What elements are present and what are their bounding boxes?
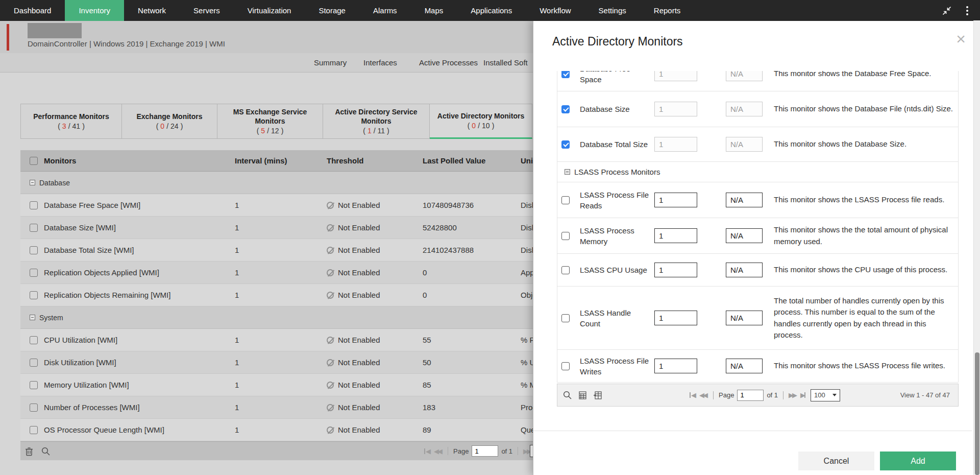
nav-item-inventory[interactable]: Inventory	[65, 0, 124, 21]
group-row-database[interactable]: Database	[20, 172, 612, 194]
nav-item-network[interactable]: Network	[124, 0, 180, 21]
select-all-checkbox[interactable]	[30, 157, 38, 165]
group-label: System	[39, 314, 63, 322]
threshold-input[interactable]	[726, 263, 763, 277]
first-page-button[interactable]: ◀	[689, 391, 696, 399]
row-checkbox[interactable]	[30, 403, 38, 412]
nav-item-settings[interactable]: Settings	[585, 0, 640, 21]
monitor-interval: 1	[235, 425, 327, 434]
last-page-button[interactable]: ▶	[800, 391, 807, 399]
collapse-fullscreen-icon[interactable]	[941, 5, 952, 16]
search-icon[interactable]	[41, 446, 51, 456]
row-checkbox[interactable]	[30, 269, 38, 277]
nav-item-maps[interactable]: Maps	[411, 0, 457, 21]
interval-input[interactable]	[654, 311, 697, 325]
table-row: OS Processor Queue Length [WMI] 1 Not En…	[20, 419, 612, 441]
threshold-input[interactable]	[726, 102, 763, 116]
export-excel-icon[interactable]	[593, 391, 603, 400]
threshold-input[interactable]	[726, 311, 763, 325]
group-row-lsass[interactable]: LSASS Process Monitors	[557, 162, 958, 182]
add-button[interactable]: Add	[880, 452, 956, 470]
monitor-checkbox[interactable]	[561, 196, 570, 204]
nav-item-applications[interactable]: Applications	[457, 0, 526, 21]
not-enabled-icon	[327, 404, 334, 411]
col-threshold: Threshold	[327, 156, 423, 165]
tab-ms-exchange-service-monitors[interactable]: MS Exchange Service Monitors (5/12)	[217, 104, 323, 139]
monitor-checkbox[interactable]	[561, 105, 570, 113]
nav-item-virtualization[interactable]: Virtualization	[234, 0, 305, 21]
page-input[interactable]	[737, 390, 764, 401]
delete-icon[interactable]	[24, 446, 34, 456]
nav-item-alarms[interactable]: Alarms	[359, 0, 411, 21]
interval-input[interactable]	[654, 137, 697, 152]
nav-item-servers[interactable]: Servers	[180, 0, 234, 21]
page-label: Page	[719, 391, 734, 399]
monitor-checkbox[interactable]	[561, 362, 570, 370]
tab-count: (0/24)	[155, 122, 184, 130]
page-size-select[interactable]: 100	[811, 389, 840, 401]
nav-item-dashboard[interactable]: Dashboard	[0, 0, 65, 21]
scrollbar-thumb[interactable]	[975, 352, 979, 475]
interval-input[interactable]	[654, 228, 697, 243]
tab-summary[interactable]: Summary	[314, 53, 347, 73]
tab-active-directory-monitors[interactable]: Active Directory Monitors (0/10)	[430, 104, 532, 139]
interval-input[interactable]	[654, 102, 697, 116]
row-checkbox[interactable]	[30, 426, 38, 434]
threshold-input[interactable]	[726, 71, 763, 81]
page-scrollbar	[973, 20, 980, 475]
row-checkbox[interactable]	[30, 224, 38, 232]
monitor-description: This monitor shows the Database Size.	[774, 138, 955, 150]
row-checkbox[interactable]	[30, 291, 38, 299]
collapse-icon[interactable]	[30, 315, 35, 320]
nav-item-storage[interactable]: Storage	[305, 0, 359, 21]
group-row-system[interactable]: System	[20, 306, 612, 329]
overflow-menu-icon[interactable]	[962, 5, 973, 16]
tab-performance-monitors[interactable]: Performance Monitors (3/41)	[20, 104, 122, 139]
table-icon[interactable]	[578, 391, 587, 400]
interval-input[interactable]	[654, 193, 697, 207]
threshold-input[interactable]	[726, 359, 763, 373]
tab-installed-software[interactable]: Installed Soft	[483, 53, 528, 73]
row-checkbox[interactable]	[30, 359, 38, 367]
tab-interfaces[interactable]: Interfaces	[363, 53, 397, 73]
interval-input[interactable]	[654, 359, 697, 373]
prev-page-button[interactable]: ◀◀	[699, 391, 708, 399]
threshold-input[interactable]	[726, 193, 763, 207]
collapse-icon[interactable]	[30, 180, 35, 185]
tab-exchange-monitors[interactable]: Exchange Monitors (0/24)	[122, 104, 217, 139]
cancel-button[interactable]: Cancel	[798, 452, 874, 470]
tab-active-processes[interactable]: Active Processes	[419, 53, 478, 73]
threshold-input[interactable]	[726, 228, 763, 243]
monitor-checkbox[interactable]	[561, 314, 570, 322]
page-input[interactable]	[472, 445, 498, 457]
next-page-button[interactable]: ▶▶	[789, 391, 797, 399]
search-icon[interactable]	[562, 390, 572, 400]
monitor-checkbox[interactable]	[561, 71, 570, 78]
monitors-table: Monitors Interval (mins) Threshold Last …	[20, 150, 612, 441]
monitor-checkbox[interactable]	[561, 266, 570, 274]
first-page-button[interactable]: ◀	[424, 447, 431, 455]
prev-page-button[interactable]: ◀◀	[434, 447, 443, 455]
page-size-value: 100	[814, 391, 825, 399]
nav-item-workflow[interactable]: Workflow	[526, 0, 584, 21]
tab-active-directory-service-monitors[interactable]: Active Directory Service Monitors (1/11)	[323, 104, 430, 139]
monitor-interval: 1	[235, 381, 327, 389]
monitor-name: LSASS Process File Writes	[580, 355, 654, 377]
monitor-checkbox[interactable]	[561, 232, 570, 240]
row-checkbox[interactable]	[30, 201, 38, 209]
monitor-checkbox[interactable]	[561, 140, 570, 149]
monitor-name: Replication Objects Remaining [WMI]	[44, 291, 235, 299]
collapse-icon[interactable]	[565, 169, 570, 175]
row-checkbox[interactable]	[30, 381, 38, 389]
row-checkbox[interactable]	[30, 336, 38, 344]
close-icon[interactable]: ×	[956, 31, 966, 47]
monitor-description: This monitor shows the CPU usage of this…	[774, 264, 955, 276]
interval-input[interactable]	[654, 263, 697, 277]
threshold-status: Not Enabled	[338, 246, 380, 254]
interval-input[interactable]	[654, 71, 697, 81]
monitor-list: Database Free Space This monitor shows t…	[557, 71, 959, 383]
threshold-input[interactable]	[726, 137, 763, 152]
nav-item-reports[interactable]: Reports	[640, 0, 695, 21]
row-checkbox[interactable]	[30, 246, 38, 254]
tab-count: (1/11)	[362, 127, 390, 135]
